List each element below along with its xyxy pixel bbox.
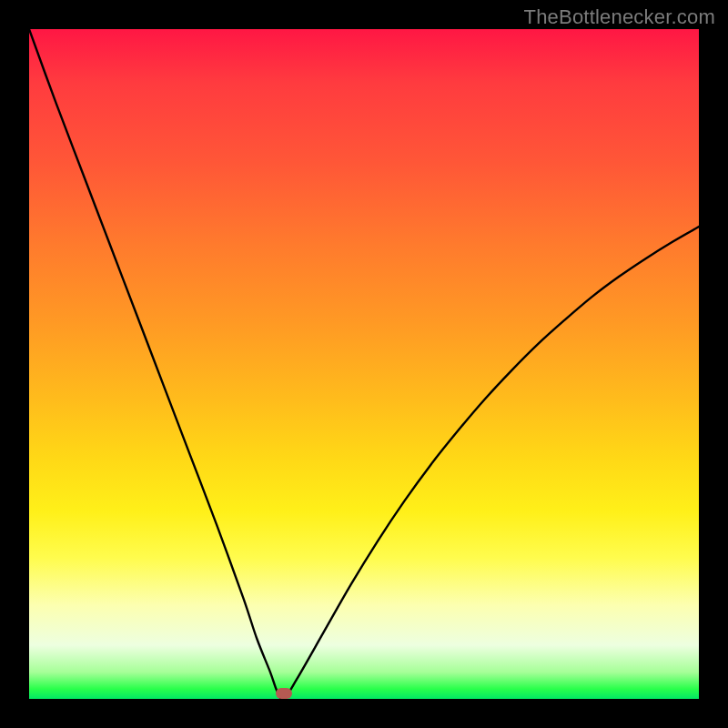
bottleneck-curve bbox=[29, 29, 699, 699]
credit-label: TheBottlenecker.com bbox=[524, 5, 715, 29]
chart-frame: TheBottlenecker.com bbox=[0, 0, 728, 728]
optimal-point-marker bbox=[276, 688, 292, 699]
plot-area bbox=[29, 29, 699, 699]
